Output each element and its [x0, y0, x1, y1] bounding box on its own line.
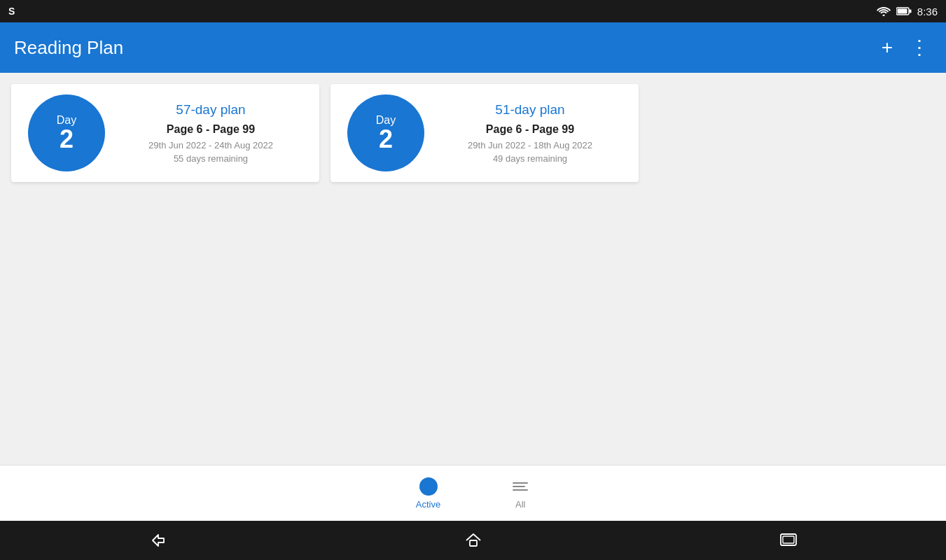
day-number-1: 2 [60, 127, 74, 152]
nav-bar [0, 521, 946, 560]
plan-remaining-1: 55 days remaining [174, 153, 248, 164]
add-button[interactable]: + [879, 35, 896, 60]
status-icons: 8:36 [877, 6, 938, 18]
plan-details-1: 57-day plan Page 6 - Page 99 29th Jun 20… [119, 102, 302, 164]
plan-remaining-2: 49 days remaining [493, 153, 567, 164]
bottom-nav: Active All [0, 465, 946, 521]
svg-rect-4 [470, 540, 477, 546]
nav-active[interactable]: Active [416, 477, 440, 510]
home-button[interactable] [453, 526, 494, 555]
day-circle-2: Day 2 [347, 94, 424, 172]
day-number-2: 2 [379, 127, 393, 152]
status-bar: S 8:36 [0, 0, 946, 22]
active-icon [419, 477, 438, 496]
svg-rect-6 [783, 536, 794, 543]
plan-card-1[interactable]: Day 2 57-day plan Page 6 - Page 99 29th … [11, 84, 319, 182]
day-circle-1: Day 2 [28, 94, 105, 172]
plan-title-1: 57-day plan [176, 102, 245, 118]
svg-rect-3 [909, 10, 911, 13]
active-dot [419, 477, 438, 496]
main-content: Day 2 57-day plan Page 6 - Page 99 29th … [0, 73, 946, 465]
more-button[interactable]: ⋮ [907, 35, 932, 60]
list-icon [513, 482, 528, 491]
app-bar-actions: + ⋮ [879, 35, 932, 60]
time: 8:36 [917, 6, 938, 18]
plan-card-2[interactable]: Day 2 51-day plan Page 6 - Page 99 29th … [331, 84, 639, 182]
all-label: All [515, 499, 525, 510]
plan-pages-2: Page 6 - Page 99 [486, 123, 574, 136]
active-label: Active [416, 499, 440, 510]
app-title: Reading Plan [14, 37, 123, 59]
plan-dates-1: 29th Jun 2022 - 24th Aug 2022 [148, 140, 273, 150]
nav-all[interactable]: All [510, 477, 530, 510]
recents-button[interactable] [768, 527, 809, 554]
all-icon [510, 477, 530, 496]
app-letter: S [8, 6, 15, 17]
app-bar: Reading Plan + ⋮ [0, 22, 946, 73]
battery-icon [896, 6, 912, 16]
plan-title-2: 51-day plan [495, 102, 564, 118]
svg-point-0 [882, 15, 884, 17]
back-button[interactable] [137, 527, 179, 554]
plan-pages-1: Page 6 - Page 99 [167, 123, 255, 136]
wifi-icon [877, 6, 891, 16]
svg-rect-2 [897, 9, 907, 14]
plan-dates-2: 29th Jun 2022 - 18th Aug 2022 [468, 140, 592, 150]
plan-details-2: 51-day plan Page 6 - Page 99 29th Jun 20… [438, 102, 622, 164]
